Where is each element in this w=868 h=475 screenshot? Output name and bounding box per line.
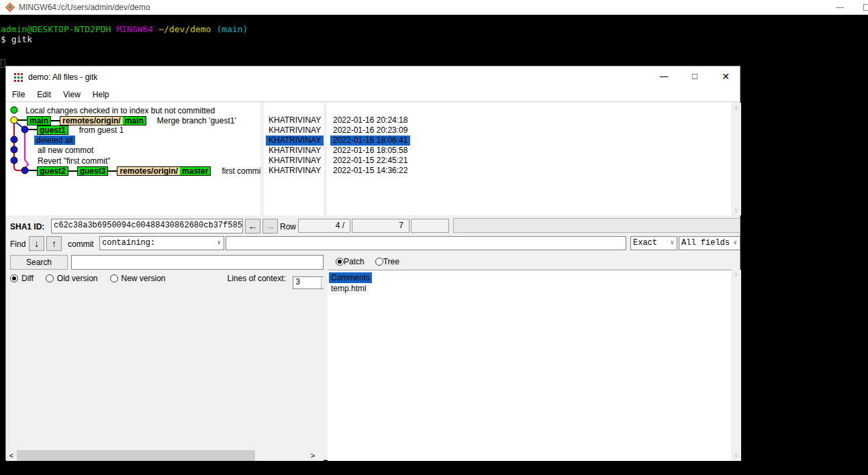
chevron-down-icon: ∨ bbox=[218, 239, 221, 246]
restore-icon[interactable] bbox=[863, 4, 868, 11]
scroll-right-icon[interactable]: > bbox=[307, 450, 318, 461]
gitk-minimize-icon[interactable]: — bbox=[653, 66, 675, 87]
file-list-item[interactable]: temp.html bbox=[329, 283, 369, 294]
row-total: 7 bbox=[352, 219, 409, 233]
sha1-input[interactable]: c62c38a3b6950094c00488430862680cb37f5853 bbox=[51, 219, 243, 233]
label-connector bbox=[51, 120, 60, 121]
branch-label[interactable]: remotes/origin/master bbox=[117, 166, 211, 176]
gitk-close-icon[interactable]: ✕ bbox=[714, 66, 737, 87]
file-panel: PatchTree Commentstemp.html ∧ ∨ bbox=[328, 253, 741, 461]
find-input[interactable] bbox=[226, 236, 626, 250]
history-forward-button[interactable]: → bbox=[262, 219, 278, 233]
branch-label[interactable]: main bbox=[27, 116, 51, 125]
branch-label[interactable]: remotes/origin/main bbox=[60, 116, 146, 125]
radio-diff[interactable] bbox=[10, 274, 18, 282]
progress-bar bbox=[453, 218, 740, 233]
scroll-down-icon[interactable]: ∨ bbox=[731, 205, 741, 215]
author-column[interactable]: KHATRIVINAYKHATRIVINAYKHATRIVINAYKHATRIV… bbox=[264, 103, 324, 215]
gitk-titlebar[interactable]: demo: All files - gitk — □ ✕ bbox=[6, 66, 740, 88]
commit-author[interactable]: KHATRIVINAY bbox=[266, 136, 324, 146]
commit-subject[interactable]: first commit bbox=[220, 166, 260, 176]
commit-date[interactable]: 2022-01-15 14:36:22 bbox=[330, 166, 410, 176]
gitk-app-icon bbox=[14, 73, 23, 82]
lines-of-context-stepper[interactable]: 3▲▼ bbox=[293, 276, 324, 289]
scroll-left-icon[interactable]: < bbox=[6, 450, 17, 461]
file-list-item[interactable]: Comments bbox=[329, 272, 372, 283]
menu-edit[interactable]: Edit bbox=[31, 88, 57, 101]
row-label: Row bbox=[280, 222, 296, 231]
commit-subject[interactable]: deleted all bbox=[34, 136, 75, 145]
field-mode-dropdown[interactable]: All fields ∨ bbox=[679, 236, 740, 250]
gitk-maximize-icon[interactable]: □ bbox=[683, 66, 706, 87]
commit-row[interactable]: deleted all bbox=[34, 135, 75, 145]
radio-old-version[interactable] bbox=[46, 274, 54, 282]
find-next-button[interactable]: ↓ bbox=[29, 236, 44, 251]
file-list-scrollbar[interactable]: ∧ ∨ bbox=[731, 270, 741, 461]
radio-patch[interactable] bbox=[336, 258, 344, 266]
radio-tree[interactable] bbox=[375, 258, 383, 266]
commit-row[interactable]: mainremotes/origin/mainMerge branch 'gue… bbox=[27, 115, 238, 125]
commit-date[interactable]: 2022-01-16 20:24:18 bbox=[330, 115, 410, 125]
commit-subject[interactable]: all new commot bbox=[36, 146, 95, 155]
spin-up-icon[interactable]: ▲ bbox=[322, 277, 324, 282]
commit-subject[interactable]: Merge branch 'guest1' bbox=[155, 116, 238, 125]
match-mode-dropdown[interactable]: Exact ∨ bbox=[630, 236, 677, 250]
minimize-icon[interactable]: — bbox=[832, 1, 847, 14]
commit-author[interactable]: KHATRIVINAY bbox=[266, 125, 324, 136]
commit-author[interactable]: KHATRIVINAY bbox=[266, 166, 324, 176]
commit-row[interactable]: guest1from guest 1 bbox=[37, 125, 126, 135]
pane-sash[interactable] bbox=[260, 103, 264, 215]
commit-author[interactable]: KHATRIVINAY bbox=[266, 156, 324, 166]
branch-label[interactable]: guest3 bbox=[77, 166, 109, 176]
branch-label-text: main bbox=[123, 117, 146, 125]
stepper-value: 3 bbox=[295, 278, 300, 287]
commit-date[interactable]: 2022-01-16 18:06:41 bbox=[330, 136, 410, 146]
find-prev-button[interactable]: ↑ bbox=[46, 236, 62, 251]
radio-new-version[interactable] bbox=[110, 274, 118, 282]
commit-author[interactable]: KHATRIVINAY bbox=[266, 146, 324, 156]
menu-view[interactable]: View bbox=[57, 88, 87, 101]
match-mode-value: Exact bbox=[633, 238, 657, 248]
search-button[interactable]: Search bbox=[10, 255, 68, 270]
date-column[interactable]: 2022-01-16 20:24:182022-01-16 20:23:0920… bbox=[328, 103, 731, 215]
scroll-up-icon[interactable]: ∧ bbox=[731, 270, 741, 280]
terminal-title: MINGW64:/c/Users/admin/dev/demo bbox=[19, 3, 150, 12]
file-list[interactable]: Commentstemp.html bbox=[328, 270, 731, 461]
radio-label: Patch bbox=[344, 257, 365, 266]
stepper-buttons[interactable]: ▲▼ bbox=[321, 277, 324, 288]
commit-subject[interactable]: Local changes checked in to index but no… bbox=[23, 106, 217, 115]
pane-sash[interactable] bbox=[324, 103, 327, 215]
scroll-thumb[interactable] bbox=[17, 450, 255, 461]
commit-row[interactable]: all new commot bbox=[36, 145, 95, 155]
search-input[interactable] bbox=[71, 255, 324, 270]
commit-graph-pane[interactable]: Local changes checked in to index but no… bbox=[6, 103, 260, 215]
commit-row[interactable]: Local changes checked in to index but no… bbox=[23, 105, 217, 115]
terminal-titlebar[interactable]: MINGW64:/c/Users/admin/dev/demo — bbox=[0, 0, 868, 15]
commit-row[interactable]: guest2guest3remotes/origin/masterfirst c… bbox=[37, 166, 260, 176]
commit-date[interactable]: 2022-01-15 22:45:21 bbox=[330, 156, 410, 166]
radio-label: New version bbox=[122, 274, 166, 283]
commit-subject[interactable]: from guest 1 bbox=[77, 125, 126, 135]
commit-row[interactable]: Revert "first commit" bbox=[36, 156, 113, 166]
branch-label[interactable]: guest2 bbox=[37, 166, 68, 176]
label-connector bbox=[68, 170, 77, 172]
menu-file[interactable]: File bbox=[6, 88, 31, 101]
scroll-down-icon[interactable]: ∨ bbox=[731, 451, 741, 461]
branch-label-text: master bbox=[180, 167, 210, 175]
commit-date[interactable]: 2022-01-16 18:05:58 bbox=[330, 146, 410, 156]
radio-label: Tree bbox=[383, 257, 399, 266]
sha1-label: SHA1 ID: bbox=[10, 222, 44, 231]
menu-help[interactable]: Help bbox=[87, 88, 115, 101]
history-back-button[interactable]: ← bbox=[245, 219, 260, 233]
gitk-window: demo: All files - gitk — □ ✕ FileEditVie… bbox=[5, 66, 740, 460]
commit-subject[interactable]: Revert "first commit" bbox=[36, 156, 113, 166]
commit-author[interactable]: KHATRIVINAY bbox=[266, 115, 324, 125]
commit-date[interactable]: 2022-01-16 20:23:09 bbox=[330, 125, 410, 136]
diff-horizontal-scrollbar[interactable]: < > bbox=[6, 450, 324, 461]
commit-list-scrollbar[interactable]: ∧ ∨ bbox=[731, 103, 741, 215]
find-type-dropdown[interactable]: containing: ∨ bbox=[99, 236, 224, 250]
terminal-cursor bbox=[1, 59, 5, 68]
spin-down-icon[interactable]: ▼ bbox=[322, 282, 324, 288]
branch-label[interactable]: guest1 bbox=[37, 125, 68, 135]
scroll-up-icon[interactable]: ∧ bbox=[731, 103, 741, 113]
